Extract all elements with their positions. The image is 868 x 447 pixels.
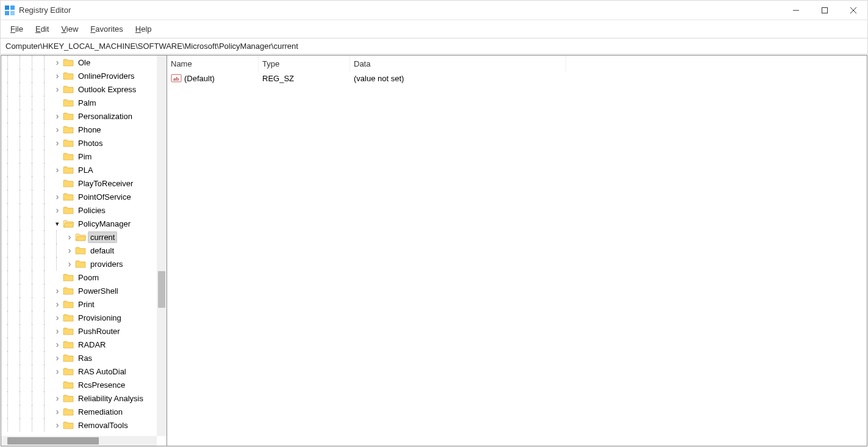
value-name: (Default): [184, 74, 215, 83]
tree-item-label: providers: [88, 259, 124, 269]
tree-item-radar[interactable]: RADAR: [1, 338, 157, 351]
folder-icon: [63, 71, 74, 80]
minimize-button[interactable]: [781, 1, 810, 20]
tree-item-label: PlayToReceiver: [76, 178, 135, 189]
column-header-data[interactable]: Data: [350, 56, 566, 71]
expand-toggle-icon[interactable]: [53, 299, 62, 309]
folder-icon: [63, 139, 74, 147]
tree-item-ras[interactable]: Ras: [1, 351, 157, 365]
expand-toggle-icon[interactable]: [53, 340, 62, 349]
menu-bar: File Edit View Favorites Help: [0, 20, 868, 38]
tree-item-pla[interactable]: PLA: [1, 163, 157, 176]
tree-item-onlineproviders[interactable]: OnlineProviders: [1, 69, 157, 82]
expand-toggle-icon[interactable]: [53, 313, 62, 322]
expand-toggle-icon[interactable]: [53, 407, 62, 416]
menu-help[interactable]: Help: [129, 22, 158, 36]
tree-item-label: RAS AutoDial: [76, 366, 128, 377]
expand-toggle-icon[interactable]: [53, 205, 62, 215]
tree-item-label: Remediation: [76, 407, 124, 417]
expand-toggle-icon[interactable]: [53, 125, 62, 134]
expand-toggle-icon[interactable]: [53, 220, 62, 228]
tree-item-default[interactable]: default: [1, 244, 157, 257]
tree-item-label: current: [88, 232, 117, 242]
tree-item-photos[interactable]: Photos: [1, 136, 157, 150]
folder-icon: [63, 313, 74, 322]
folder-icon: [63, 340, 74, 349]
tree-item-poom[interactable]: Poom: [1, 271, 157, 284]
tree-item-policies[interactable]: Policies: [1, 203, 157, 217]
list-pane: Name Type Data (Default)REG_SZ(value not…: [167, 56, 867, 446]
tree-vertical-scrollbar[interactable]: [157, 56, 167, 436]
tree-item-personalization[interactable]: Personalization: [1, 109, 157, 123]
folder-icon: [63, 219, 74, 228]
tree-item-policymanager[interactable]: PolicyManager: [1, 217, 157, 230]
address-bar[interactable]: Computer\HKEY_LOCAL_MACHINE\SOFTWARE\Mic…: [0, 38, 868, 54]
menu-view[interactable]: View: [55, 22, 84, 36]
tree-item-removaltools[interactable]: RemovalTools: [1, 418, 157, 432]
folder-icon: [63, 98, 74, 107]
folder-icon: [75, 246, 86, 255]
folder-icon: [63, 300, 74, 308]
tree-item-print[interactable]: Print: [1, 297, 157, 311]
folder-icon: [63, 112, 74, 120]
value-type: REG_SZ: [259, 74, 350, 83]
tree-item-label: default: [88, 245, 116, 256]
tree-horizontal-scrollbar[interactable]: [1, 436, 157, 446]
expand-toggle-icon[interactable]: [53, 393, 62, 403]
expand-toggle-icon[interactable]: [53, 353, 62, 363]
tree-item-playtoreceiver[interactable]: PlayToReceiver: [1, 176, 157, 190]
folder-icon: [63, 394, 74, 402]
tree-vertical-scroll-thumb[interactable]: [158, 271, 165, 308]
tree-item-palm[interactable]: Palm: [1, 96, 157, 109]
tree-view[interactable]: OleOnlineProvidersOutlook ExpressPalmPer…: [1, 56, 157, 436]
column-header-name[interactable]: Name: [167, 56, 259, 71]
tree-item-rcspresence[interactable]: RcsPresence: [1, 378, 157, 391]
menu-file[interactable]: File: [4, 22, 29, 36]
expand-toggle-icon[interactable]: [53, 420, 62, 430]
menu-edit[interactable]: Edit: [29, 22, 55, 36]
tree-item-phone[interactable]: Phone: [1, 123, 157, 136]
close-button[interactable]: [839, 1, 867, 20]
expand-toggle-icon[interactable]: [53, 165, 62, 175]
expand-toggle-icon[interactable]: [53, 366, 62, 376]
expand-toggle-icon[interactable]: [53, 84, 62, 94]
expand-toggle-icon[interactable]: [53, 111, 62, 121]
tree-item-pim[interactable]: Pim: [1, 150, 157, 163]
tree-item-providers[interactable]: providers: [1, 257, 157, 271]
tree-item-pushrouter[interactable]: PushRouter: [1, 324, 157, 338]
expand-toggle-icon[interactable]: [53, 326, 62, 336]
tree-item-provisioning[interactable]: Provisioning: [1, 311, 157, 324]
expand-toggle-icon[interactable]: [53, 286, 62, 296]
tree-item-remediation[interactable]: Remediation: [1, 405, 157, 418]
tree-item-ole[interactable]: Ole: [1, 56, 157, 69]
tree-item-outlook-express[interactable]: Outlook Express: [1, 82, 157, 96]
expand-toggle-icon[interactable]: [65, 245, 74, 255]
expand-toggle-icon[interactable]: [53, 71, 62, 81]
expand-toggle-icon[interactable]: [65, 259, 74, 269]
tree-item-label: Provisioning: [76, 313, 123, 323]
maximize-button[interactable]: [810, 1, 839, 20]
menu-favorites[interactable]: Favorites: [84, 22, 129, 36]
tree-item-ras-autodial[interactable]: RAS AutoDial: [1, 365, 157, 378]
folder-icon: [63, 152, 74, 161]
tree-item-reliability-analysis[interactable]: Reliability Analysis: [1, 391, 157, 405]
column-header-type[interactable]: Type: [259, 56, 350, 71]
tree-horizontal-scroll-thumb[interactable]: [7, 437, 99, 445]
expand-toggle-icon[interactable]: [53, 192, 62, 202]
expand-toggle-icon[interactable]: [53, 57, 62, 67]
expand-toggle-icon[interactable]: [53, 138, 62, 148]
svg-rect-0: [5, 5, 9, 10]
tree-item-current[interactable]: current: [1, 230, 157, 244]
list-header: Name Type Data: [167, 56, 867, 71]
tree-item-powershell[interactable]: PowerShell: [1, 284, 157, 297]
tree-item-label: Print: [76, 299, 96, 310]
folder-icon: [63, 85, 74, 93]
tree-item-label: Outlook Express: [76, 84, 138, 95]
string-value-icon: [171, 73, 182, 84]
regedit-icon: [4, 5, 15, 16]
tree-item-pointofservice[interactable]: PointOfService: [1, 190, 157, 203]
expand-toggle-icon[interactable]: [65, 232, 74, 242]
value-row[interactable]: (Default)REG_SZ(value not set): [167, 71, 867, 85]
list-body: (Default)REG_SZ(value not set): [167, 71, 867, 85]
tree-item-label: Reliability Analysis: [76, 393, 145, 404]
